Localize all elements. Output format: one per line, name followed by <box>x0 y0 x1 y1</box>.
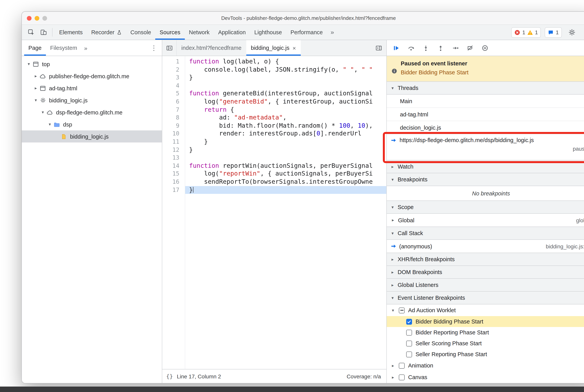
panel-tab-elements[interactable]: Elements <box>55 25 87 40</box>
call-stack-frame[interactable]: (anonymous) bidding_logic.js:17 <box>387 240 584 253</box>
hide-navigator-button[interactable] <box>162 40 177 56</box>
tree-item-bidding-logic-js[interactable]: bidding_logic.js <box>22 94 162 106</box>
dom-breakpoints-section-header[interactable]: DOM Breakpoints <box>387 266 584 279</box>
code-line[interactable] <box>189 154 386 162</box>
gutter-line-number[interactable]: 11 <box>162 138 185 146</box>
code-line[interactable]: log("generateBid", { interestGroup, auct… <box>189 98 386 106</box>
device-toolbar-button[interactable] <box>37 25 50 40</box>
event-breakpoint-bidder-reporting-phase-start[interactable]: Bidder Reporting Phase Start <box>387 327 584 338</box>
tree-expander[interactable] <box>33 74 39 79</box>
event-listener-breakpoints-header[interactable]: Event Listener Breakpoints <box>387 291 584 304</box>
gutter-line-number[interactable]: 3 <box>162 74 185 82</box>
tree-expander[interactable] <box>47 122 53 127</box>
resume-button[interactable] <box>390 42 402 54</box>
close-window-button[interactable] <box>27 16 31 21</box>
tree-item-publisher-fledge-demo-glitch-me[interactable]: publisher-fledge-demo.glitch.me <box>22 70 162 82</box>
threads-section-header[interactable]: Threads <box>387 81 584 94</box>
tree-expander[interactable] <box>40 110 46 115</box>
gutter-line-number[interactable]: 5 <box>162 90 185 98</box>
pause-on-exceptions-button[interactable] <box>479 42 491 54</box>
event-breakpoint-checkbox[interactable] <box>406 330 412 335</box>
scope-global-row[interactable]: Global global <box>387 214 584 227</box>
minimize-window-button[interactable] <box>35 16 39 21</box>
code-line[interactable]: function reportWin(auctionSignals, perBu… <box>189 162 386 170</box>
code-line[interactable]: bid: Math.floor(Math.random() * 100, 10)… <box>189 122 386 130</box>
event-group-ad-auction-worklet[interactable]: Ad Auction Worklet <box>387 304 584 316</box>
close-tab-icon[interactable] <box>293 44 296 51</box>
thread-item[interactable]: ad-tag.html <box>387 108 584 121</box>
breakpoints-section-header[interactable]: Breakpoints <box>387 173 584 186</box>
gutter-line-number[interactable]: 15 <box>162 170 185 178</box>
gutter-line-number[interactable]: 7 <box>162 106 185 114</box>
code-line[interactable]: console.log(label, JSON.stringify(o, " "… <box>189 66 386 74</box>
code-line[interactable]: function generateBid(interestGroup, auct… <box>189 90 386 98</box>
code-line[interactable]: log("reportWin", { auctionSignals, perBu… <box>189 170 386 178</box>
gutter-line-number[interactable]: 8 <box>162 114 185 122</box>
code-line[interactable]: } <box>189 74 386 82</box>
editor-tab-index-html-fencedframe[interactable]: index.html?fencedframe <box>177 40 246 56</box>
zoom-window-button[interactable] <box>42 16 47 21</box>
event-breakpoint-seller-reporting-phase-start[interactable]: Seller Reporting Phase Start <box>387 349 584 360</box>
event-breakpoint-bidder-bidding-phase-start[interactable]: Bidder Bidding Phase Start <box>387 316 584 327</box>
settings-button[interactable] <box>566 29 578 36</box>
gutter-line-number[interactable]: 16 <box>162 178 185 186</box>
tree-expander[interactable] <box>33 86 39 91</box>
code-line[interactable]: ad: "ad-metadata", <box>189 114 386 122</box>
more-options-button[interactable]: ⋮ <box>582 28 584 36</box>
tree-item-bidding-logic-js[interactable]: bidding_logic.js <box>22 130 162 142</box>
event-group-animation[interactable]: Animation <box>387 360 584 371</box>
gutter-line-number[interactable]: 13 <box>162 154 185 162</box>
code-line[interactable]: sendReportTo(browserSignals.interestGrou… <box>189 178 386 186</box>
panel-tab-performance[interactable]: Performance <box>286 25 327 40</box>
code-line[interactable] <box>189 82 386 90</box>
thread-item[interactable]: decision_logic.js <box>387 121 584 134</box>
panel-tab-console[interactable]: Console <box>126 25 155 40</box>
more-panels-button[interactable]: » <box>327 25 338 40</box>
gutter-line-number[interactable]: 6 <box>162 98 185 106</box>
event-group-checkbox[interactable] <box>399 362 405 368</box>
errors-warnings-badge[interactable]: 1 1 <box>512 27 541 38</box>
scope-section-header[interactable]: Scope <box>387 200 584 214</box>
step-out-button[interactable] <box>434 42 447 54</box>
event-breakpoint-checkbox[interactable] <box>406 318 412 324</box>
call-stack-section-header[interactable]: Call Stack <box>387 226 584 240</box>
gutter-line-number[interactable]: 17 <box>162 186 185 194</box>
more-navigator-tabs-button[interactable]: » <box>81 40 90 56</box>
tree-item-ad-tag-html[interactable]: ad-tag.html <box>22 82 162 94</box>
tree-item-dsp-fledge-demo-glitch-me[interactable]: dsp-fledge-demo.glitch.me <box>22 106 162 118</box>
event-group-checkbox[interactable] <box>399 374 405 380</box>
tree-item-top[interactable]: top <box>22 58 162 70</box>
event-breakpoint-seller-scoring-phase-start[interactable]: Seller Scoring Phase Start <box>387 338 584 349</box>
panel-tab-sources[interactable]: Sources <box>155 25 185 40</box>
code-line[interactable]: render: interestGroup.ads[0].renderUrl <box>189 130 386 138</box>
panel-tab-application[interactable]: Application <box>214 25 250 40</box>
tree-expander[interactable] <box>26 62 32 66</box>
navigator-tab-filesystem[interactable]: Filesystem <box>46 40 81 56</box>
event-group-checkbox[interactable] <box>399 307 405 313</box>
panel-tab-recorder[interactable]: Recorder <box>87 25 126 40</box>
pretty-print-button[interactable]: {} <box>166 373 173 379</box>
gutter-line-number[interactable]: 2 <box>162 66 185 74</box>
xhr-fetch-breakpoints-section-header[interactable]: XHR/fetch Breakpoints <box>387 253 584 266</box>
issues-badge[interactable]: 1 <box>545 27 562 38</box>
watch-section-header[interactable]: Watch <box>387 160 584 173</box>
code-editor[interactable]: 1234567891011121314151617 function log(l… <box>162 56 386 369</box>
code-line[interactable]: function log(label, o) { <box>189 58 386 66</box>
step-over-button[interactable] <box>405 42 417 54</box>
gutter-line-number[interactable]: 10 <box>162 130 185 138</box>
editor-tab-bidding-logic-js[interactable]: bidding_logic.js <box>246 40 301 56</box>
panel-tab-lighthouse[interactable]: Lighthouse <box>250 25 286 40</box>
global-listeners-section-header[interactable]: Global Listeners <box>387 278 584 292</box>
event-breakpoint-checkbox[interactable] <box>406 351 412 357</box>
gutter-line-number[interactable]: 14 <box>162 162 185 170</box>
deactivate-breakpoints-button[interactable] <box>464 42 476 54</box>
gutter-line-number[interactable]: 12 <box>162 146 185 154</box>
step-button[interactable] <box>449 42 462 54</box>
thread-item[interactable]: Main <box>387 94 584 108</box>
code-line[interactable]: } <box>189 138 386 146</box>
gutter-line-number[interactable]: 4 <box>162 82 185 90</box>
navigator-tab-page[interactable]: Page <box>24 40 46 56</box>
event-group-canvas[interactable]: Canvas <box>387 371 584 383</box>
navigator-menu-button[interactable]: ⋮ <box>146 40 162 56</box>
event-breakpoint-checkbox[interactable] <box>406 340 412 346</box>
